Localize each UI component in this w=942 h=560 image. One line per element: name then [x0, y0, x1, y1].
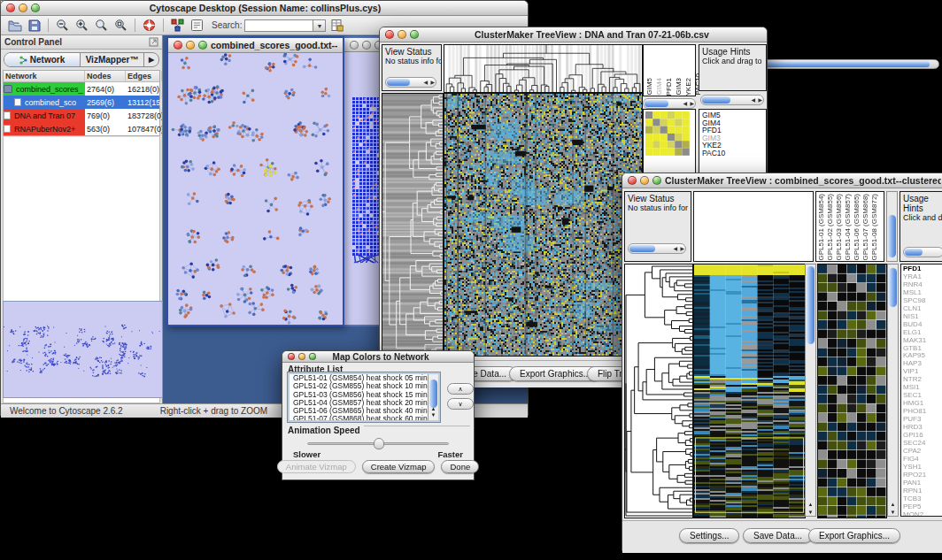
scroll-up-arrow[interactable]: ▲	[888, 502, 898, 507]
tv2-genes-vscrollbar[interactable]: ▲ ▼	[887, 264, 899, 517]
close-button[interactable]	[350, 41, 359, 50]
column-label[interactable]: PFD1	[665, 78, 674, 96]
scroll-up-arrow[interactable]: ▲	[806, 502, 815, 507]
gene-label[interactable]: MON2	[903, 511, 942, 517]
zoom-button[interactable]	[31, 4, 40, 12]
minimize-button[interactable]	[398, 30, 406, 39]
scroll-right-arrow[interactable]: ▶	[680, 244, 684, 253]
import-table-button[interactable]	[328, 17, 345, 34]
tv2-row-dendrogram[interactable]	[624, 264, 693, 518]
tv2-heatmap[interactable]	[693, 264, 806, 518]
scroll-down-arrow[interactable]: ▼	[429, 411, 438, 419]
column-label[interactable]: GPL51-01 (GSM854)	[817, 194, 826, 261]
column-label[interactable]: GPL51-08 (GSM872)	[870, 194, 879, 261]
scroll-right-arrow[interactable]: ▶	[690, 99, 694, 108]
column-label[interactable]: GPL51-06 (GSM865)	[853, 194, 861, 261]
network-table-row[interactable]: RNAPuberNov2+ 563(0) 107847(0)	[4, 122, 159, 135]
zoom-fit-button[interactable]	[112, 17, 129, 34]
scroll-down-arrow[interactable]: ▼	[806, 510, 815, 515]
scroll-down-arrow[interactable]: ▼	[888, 510, 898, 515]
open-file-button[interactable]	[6, 17, 23, 34]
animation-speed-slider[interactable]	[307, 442, 449, 445]
scrollbar-thumb[interactable]	[889, 268, 897, 307]
tab-network[interactable]: Network	[4, 53, 81, 66]
scrollbar-thumb[interactable]	[888, 215, 896, 257]
column-label[interactable]: GIM4	[655, 78, 664, 96]
zoom-selected-button[interactable]	[93, 17, 110, 34]
save-data-button[interactable]: Save Data...	[743, 528, 813, 543]
scrollbar-thumb[interactable]	[807, 266, 815, 344]
network-overview-minimap[interactable]	[3, 301, 163, 398]
tv1-labels-hscrollbar[interactable]: ◀ ▶	[643, 98, 696, 109]
scroll-left-arrow[interactable]: ◀	[751, 96, 755, 104]
minimize-button[interactable]	[19, 4, 27, 12]
close-button[interactable]	[628, 176, 637, 185]
tv1-status-hscrollbar[interactable]: ◀ ▶	[385, 77, 436, 88]
help-button[interactable]	[141, 17, 158, 34]
column-label[interactable]: GPL51-02 (GSM855)	[826, 194, 835, 261]
zoom-button[interactable]	[309, 353, 316, 360]
vizmapper-button[interactable]	[169, 17, 186, 34]
move-down-button[interactable]: ∨	[447, 398, 474, 410]
dialog-titlebar[interactable]: Map Colors to Network	[282, 351, 474, 363]
zoom-button[interactable]	[198, 41, 207, 50]
zoom-button[interactable]	[652, 176, 661, 185]
tv1-column-dendrogram[interactable]	[444, 44, 643, 93]
dense-network-canvas[interactable]	[352, 97, 381, 264]
network-table-row[interactable]: combined_scores_ 2764(0) 16218(0)	[4, 82, 159, 96]
tv1-heatmap[interactable]	[444, 93, 643, 357]
tv1-hints-hscrollbar[interactable]: ◀ ▶	[700, 95, 764, 105]
settings-button[interactable]: Settings...	[679, 528, 739, 543]
tv2-status-hscrollbar[interactable]: ◀ ▶	[628, 243, 686, 254]
zoom-in-button[interactable]	[73, 17, 90, 34]
close-button[interactable]	[288, 353, 295, 360]
slider-thumb[interactable]	[374, 438, 384, 449]
column-label[interactable]: GPL51-07 (GSM868)	[861, 194, 870, 261]
column-label[interactable]: GIM3	[675, 78, 683, 96]
main-titlebar[interactable]: Cytoscape Desktop (Session Name: collins…	[1, 1, 528, 16]
tv2-hints-hscrollbar[interactable]	[903, 247, 942, 257]
scroll-left-arrow[interactable]: ◀	[673, 244, 677, 253]
minimize-button[interactable]	[186, 41, 195, 50]
create-vizmap-button[interactable]: Create Vizmap	[362, 460, 436, 473]
scroll-right-arrow[interactable]: ▶	[758, 96, 762, 104]
tv1-row-dendrogram[interactable]	[382, 93, 444, 357]
scrollbar-thumb[interactable]	[905, 249, 923, 256]
gene-label[interactable]: PAC10	[702, 150, 766, 157]
export-graphics-button[interactable]: Export Graphics...	[808, 528, 900, 543]
network-table-column[interactable]: Network	[4, 71, 85, 81]
tv2-labels-vscrollbar[interactable]	[886, 191, 898, 262]
float-panel-icon[interactable]	[149, 37, 158, 47]
network-table-row[interactable]: combined_sco 2569(6) 13112(15)	[4, 96, 159, 109]
tv2-column-dendrogram-area[interactable]	[693, 191, 814, 262]
attribute-item[interactable]: GPL51-07 (GSM868) heat shock 60 min	[291, 415, 438, 422]
network-table-column[interactable]: Nodes	[85, 71, 126, 81]
zoom-button[interactable]	[410, 30, 419, 39]
search-dropdown-arrow[interactable]: ▼	[313, 19, 326, 32]
scroll-left-arrow[interactable]: ◀	[683, 99, 687, 108]
tab-overflow-button[interactable]: ▶	[144, 53, 158, 66]
column-label[interactable]: GPL51-03 (GSM856)	[835, 194, 844, 261]
minimize-button[interactable]	[640, 176, 649, 185]
tab-vizmapper[interactable]: VizMapper™	[81, 53, 144, 66]
scroll-left-arrow[interactable]: ◀	[423, 78, 428, 87]
treeview1-titlebar[interactable]: ClusterMaker TreeView : DNA and Tran 07-…	[380, 27, 767, 42]
close-button[interactable]	[174, 41, 182, 50]
tv2-zoomed-heatmap[interactable]	[817, 264, 887, 518]
network-graph-canvas[interactable]	[168, 53, 343, 325]
column-label[interactable]: YKE2	[684, 78, 693, 96]
zoom-out-button[interactable]	[54, 17, 71, 34]
scrollbar-thumb[interactable]	[645, 100, 668, 107]
column-label[interactable]: GIM5	[645, 78, 654, 96]
scroll-right-arrow[interactable]: ▶	[430, 78, 435, 87]
tv1-zoomed-heatmap[interactable]	[645, 111, 690, 156]
network-table-row[interactable]: DNA and Tran 07 769(0) 183728(0)	[4, 109, 159, 122]
network-table-column[interactable]: Edges	[126, 71, 162, 81]
attribute-list-vscrollbar[interactable]: ▲ ▼	[428, 374, 438, 420]
scrollbar-thumb[interactable]	[387, 79, 410, 86]
scrollbar-thumb[interactable]	[429, 380, 437, 408]
column-label[interactable]: GPL51-04 (GSM857)	[844, 194, 853, 261]
net1-titlebar[interactable]: combined_scores_good.txt--cluste...	[168, 38, 343, 53]
scrollbar-thumb[interactable]	[702, 96, 730, 104]
treeview2-titlebar[interactable]: ClusterMaker TreeView : combined_scores_…	[622, 173, 942, 188]
